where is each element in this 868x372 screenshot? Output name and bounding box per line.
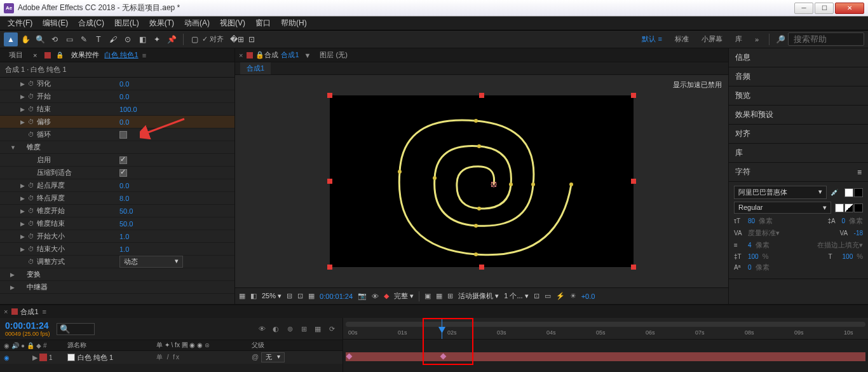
comp-lock-icon[interactable]: 🔒 (255, 51, 264, 59)
pixel-aspect-icon[interactable]: ▭ (545, 292, 551, 300)
menu-file[interactable]: 文件(F) (3, 17, 37, 30)
property-row[interactable]: ▶⏱起点厚度0.0 (0, 179, 234, 192)
twirl-icon[interactable]: ▶ (20, 93, 28, 100)
current-timecode[interactable]: 0:00:01:24 (5, 320, 50, 331)
font-size-value[interactable]: 80 (748, 217, 755, 224)
brainstorm-icon[interactable]: ⟳ (326, 323, 337, 334)
stroke-width-value[interactable]: 4 (748, 242, 752, 249)
parent-dropdown[interactable]: 无▾ (261, 352, 285, 362)
camera-dropdown[interactable]: 活动摄像机 ▾ (458, 291, 499, 301)
resolution-dropdown[interactable]: 完整 ▾ (394, 291, 414, 301)
stopwatch-icon[interactable]: ⏱ (28, 80, 37, 87)
layer-duration-bar[interactable] (346, 352, 865, 361)
views-dropdown[interactable]: 1 个... ▾ (504, 291, 528, 301)
property-checkbox[interactable] (119, 169, 127, 177)
col-solo-icon[interactable]: ● (21, 342, 25, 349)
motion-blur-icon[interactable]: ⊚ (284, 323, 295, 334)
exposure-icon[interactable]: ☀ (570, 292, 576, 300)
leading-value[interactable]: 0 (841, 217, 845, 224)
tracking-value[interactable]: -18 (854, 230, 863, 237)
twirl-icon[interactable]: ▶ (10, 272, 18, 278)
viewer-timecode[interactable]: 0:00:01:24 (320, 293, 353, 300)
tab-close-icon[interactable]: × (28, 50, 42, 60)
property-row[interactable]: 启用 (0, 154, 234, 167)
snap-toggle[interactable]: ✓ 对齐 (202, 34, 224, 44)
property-value[interactable]: 8.0 (119, 195, 129, 202)
col-eye-icon[interactable]: ◉ (4, 342, 10, 349)
channel-icon[interactable]: ◆ (384, 292, 389, 300)
property-value[interactable]: 0.0 (119, 80, 129, 88)
view-options-icon[interactable]: ⊡ (534, 292, 539, 300)
property-row[interactable]: ▶⏱锥度开始50.0 (0, 205, 234, 217)
composition-frame[interactable] (330, 95, 634, 267)
fast-preview-icon[interactable]: ⊡ (297, 292, 303, 300)
property-row[interactable]: ▶⏱开始大小1.0 (0, 230, 234, 243)
workspace-more[interactable]: » (755, 36, 759, 43)
panel-align[interactable]: 对齐 (729, 125, 868, 144)
minimize-button[interactable]: ─ (794, 3, 813, 14)
graph-editor-icon[interactable]: ⊞ (298, 323, 309, 334)
pin-tool[interactable]: 📌 (165, 32, 179, 46)
panel-menu-icon[interactable]: ≡ (142, 52, 146, 59)
twirl-icon[interactable]: ▶ (20, 208, 28, 214)
panel-preview[interactable]: 预览 (729, 86, 868, 106)
roto-tool[interactable]: ✦ (150, 32, 164, 46)
stamp-tool[interactable]: ⊙ (121, 32, 135, 46)
property-row[interactable]: ▶⏱羽化0.0 (0, 78, 234, 90)
stroke-option-dropdown[interactable]: 在描边上填充▾ (817, 240, 863, 250)
twirl-icon[interactable]: ▶ (20, 106, 28, 113)
menu-layer[interactable]: 图层(L) (109, 17, 144, 30)
stopwatch-icon[interactable]: ⏱ (28, 258, 37, 265)
pen-tool[interactable]: ✎ (77, 32, 91, 46)
property-row[interactable]: ▶⏱锥度结束50.0 (0, 217, 234, 230)
playhead[interactable] (442, 318, 442, 339)
tab-project[interactable]: 项目 (4, 49, 28, 61)
twirl-icon[interactable]: ▼ (10, 144, 18, 151)
property-row[interactable]: ▶⏱结束大小1.0 (0, 243, 234, 256)
property-row[interactable]: ⏱调整方式动态▾ (0, 256, 234, 268)
property-row[interactable]: ▶⏱结束100.0 (0, 103, 234, 116)
swap-fill-icon[interactable] (835, 203, 844, 212)
menu-window[interactable]: 窗口 (250, 17, 276, 30)
property-value[interactable]: 0.0 (119, 118, 129, 126)
col-label-icon[interactable]: ◆ (36, 342, 41, 349)
timeline-tab-name[interactable]: 合成1 (20, 307, 38, 317)
twirl-icon[interactable]: ▶ (20, 119, 28, 125)
tab-effect-controls[interactable]: 效果控件 (66, 49, 104, 61)
hand-tool[interactable]: ✋ (18, 32, 32, 46)
stopwatch-icon[interactable]: ⏱ (28, 220, 37, 227)
time-ruler[interactable]: 00s01s02s03s04s05s06s07s08s09s10s (343, 318, 868, 340)
mask-icon[interactable]: ◧ (250, 292, 257, 300)
twirl-icon[interactable]: ▶ (20, 246, 28, 252)
font-weight-dropdown[interactable]: Regular▾ (734, 202, 831, 214)
layer-label-swatch[interactable] (39, 354, 47, 361)
frame-blend-icon[interactable]: ◐ (270, 323, 281, 334)
layer-name[interactable]: 白色 纯色 1 (78, 353, 113, 362)
stopwatch-icon[interactable]: ⏱ (28, 182, 37, 189)
mask-mode-icon[interactable]: ⊡ (245, 32, 259, 46)
stopwatch-icon[interactable]: ⏱ (28, 195, 37, 202)
rect-tool[interactable]: ▭ (62, 32, 76, 46)
comp-name-link[interactable]: 合成1 (281, 50, 299, 60)
property-row[interactable]: ⏱循环 (0, 128, 234, 141)
twirl-icon[interactable]: ▶ (10, 284, 18, 291)
lock-icon[interactable]: 🔒 (56, 52, 64, 59)
orbit-tool[interactable]: ⟲ (48, 32, 62, 46)
menu-edit[interactable]: 编辑(E) (37, 17, 73, 30)
search-icon[interactable]: 🔎 (773, 32, 787, 46)
property-value[interactable]: 1.0 (119, 233, 129, 240)
baseline-value[interactable]: 0 (748, 264, 752, 271)
menu-help[interactable]: 帮助(H) (276, 17, 312, 30)
property-row[interactable]: ▶变换 (0, 268, 234, 281)
selection-tool[interactable]: ▲ (4, 32, 18, 46)
twirl-icon[interactable]: ▶ (20, 183, 28, 189)
property-checkbox[interactable] (119, 131, 127, 139)
maximize-button[interactable]: ☐ (815, 3, 834, 14)
bg-swatch[interactable] (854, 203, 863, 212)
timeline-tracks[interactable]: 00s01s02s03s04s05s06s07s08s09s10s (343, 318, 868, 372)
font-family-dropdown[interactable]: 阿里巴巴普惠体▾ (734, 186, 827, 199)
search-input[interactable] (788, 32, 864, 46)
col-audio-icon[interactable]: 🔊 (11, 342, 19, 349)
layer-color-swatch[interactable] (44, 52, 51, 59)
type-tool[interactable]: T (92, 32, 105, 46)
